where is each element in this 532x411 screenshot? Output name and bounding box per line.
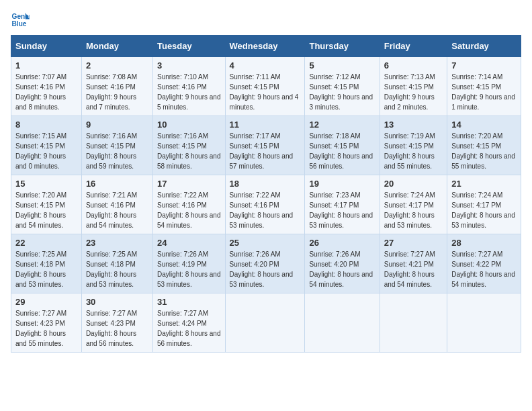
calendar-cell: 8Sunrise: 7:15 AMSunset: 4:15 PMDaylight… <box>11 116 82 175</box>
page-header: General Blue <box>11 11 521 30</box>
day-number: 22 <box>15 238 77 248</box>
day-info: Sunrise: 7:22 AMSunset: 4:16 PMDaylight:… <box>230 190 301 230</box>
day-info: Sunrise: 7:27 AMSunset: 4:24 PMDaylight:… <box>157 308 221 349</box>
day-number: 24 <box>157 238 221 248</box>
calendar-cell: 21Sunrise: 7:24 AMSunset: 4:17 PMDayligh… <box>447 175 521 234</box>
col-header-friday: Friday <box>380 36 447 57</box>
day-number: 12 <box>309 120 375 130</box>
calendar-cell: 31Sunrise: 7:27 AMSunset: 4:24 PMDayligh… <box>152 293 225 353</box>
calendar-cell: 29Sunrise: 7:27 AMSunset: 4:23 PMDayligh… <box>11 293 82 353</box>
calendar-cell: 3Sunrise: 7:10 AMSunset: 4:16 PMDaylight… <box>152 57 225 116</box>
day-info: Sunrise: 7:23 AMSunset: 4:17 PMDaylight:… <box>309 190 375 230</box>
day-info: Sunrise: 7:10 AMSunset: 4:16 PMDaylight:… <box>157 72 221 112</box>
day-number: 21 <box>451 179 517 189</box>
calendar-cell: 2Sunrise: 7:08 AMSunset: 4:16 PMDaylight… <box>81 57 152 116</box>
day-info: Sunrise: 7:26 AMSunset: 4:20 PMDaylight:… <box>230 249 301 289</box>
week-row-1: 1Sunrise: 7:07 AMSunset: 4:16 PMDaylight… <box>11 57 521 116</box>
day-number: 17 <box>157 179 221 189</box>
day-number: 31 <box>157 297 221 307</box>
col-header-thursday: Thursday <box>305 36 380 57</box>
day-number: 30 <box>86 297 148 307</box>
day-info: Sunrise: 7:26 AMSunset: 4:19 PMDaylight:… <box>157 249 221 289</box>
calendar-cell: 1Sunrise: 7:07 AMSunset: 4:16 PMDaylight… <box>11 57 82 116</box>
day-info: Sunrise: 7:27 AMSunset: 4:23 PMDaylight:… <box>15 308 77 349</box>
day-number: 9 <box>86 120 148 130</box>
day-number: 14 <box>451 120 517 130</box>
calendar-cell: 6Sunrise: 7:13 AMSunset: 4:15 PMDaylight… <box>380 57 447 116</box>
day-number: 10 <box>157 120 221 130</box>
calendar-cell: 27Sunrise: 7:27 AMSunset: 4:21 PMDayligh… <box>380 234 447 293</box>
day-number: 5 <box>309 60 375 71</box>
day-info: Sunrise: 7:20 AMSunset: 4:15 PMDaylight:… <box>451 131 517 171</box>
day-number: 20 <box>384 179 443 189</box>
calendar-cell: 28Sunrise: 7:27 AMSunset: 4:22 PMDayligh… <box>447 234 521 293</box>
day-info: Sunrise: 7:08 AMSunset: 4:16 PMDaylight:… <box>86 72 148 112</box>
day-info: Sunrise: 7:07 AMSunset: 4:16 PMDaylight:… <box>15 72 77 112</box>
calendar-cell <box>305 293 380 353</box>
calendar-cell: 12Sunrise: 7:18 AMSunset: 4:15 PMDayligh… <box>305 116 380 175</box>
day-info: Sunrise: 7:20 AMSunset: 4:15 PMDaylight:… <box>15 190 77 230</box>
calendar-cell: 19Sunrise: 7:23 AMSunset: 4:17 PMDayligh… <box>305 175 380 234</box>
day-number: 19 <box>309 179 375 189</box>
day-number: 2 <box>86 60 148 71</box>
day-number: 25 <box>230 238 301 248</box>
day-info: Sunrise: 7:15 AMSunset: 4:15 PMDaylight:… <box>15 131 77 171</box>
calendar-cell: 4Sunrise: 7:11 AMSunset: 4:15 PMDaylight… <box>225 57 305 116</box>
day-info: Sunrise: 7:24 AMSunset: 4:17 PMDaylight:… <box>384 190 443 230</box>
day-info: Sunrise: 7:16 AMSunset: 4:15 PMDaylight:… <box>157 131 221 171</box>
day-number: 27 <box>384 238 443 248</box>
calendar-cell: 11Sunrise: 7:17 AMSunset: 4:15 PMDayligh… <box>225 116 305 175</box>
day-info: Sunrise: 7:25 AMSunset: 4:18 PMDaylight:… <box>15 249 77 289</box>
day-number: 23 <box>86 238 148 248</box>
day-number: 1 <box>15 60 77 71</box>
day-info: Sunrise: 7:18 AMSunset: 4:15 PMDaylight:… <box>309 131 375 171</box>
day-info: Sunrise: 7:27 AMSunset: 4:22 PMDaylight:… <box>451 249 517 289</box>
week-row-2: 8Sunrise: 7:15 AMSunset: 4:15 PMDaylight… <box>11 116 521 175</box>
calendar-cell: 26Sunrise: 7:26 AMSunset: 4:20 PMDayligh… <box>305 234 380 293</box>
col-header-monday: Monday <box>81 36 152 57</box>
day-number: 8 <box>15 120 77 130</box>
svg-text:Blue: Blue <box>12 20 27 28</box>
day-number: 16 <box>86 179 148 189</box>
calendar-cell: 18Sunrise: 7:22 AMSunset: 4:16 PMDayligh… <box>225 175 305 234</box>
calendar-cell: 30Sunrise: 7:27 AMSunset: 4:23 PMDayligh… <box>81 293 152 353</box>
day-info: Sunrise: 7:26 AMSunset: 4:20 PMDaylight:… <box>309 249 375 289</box>
week-row-5: 29Sunrise: 7:27 AMSunset: 4:23 PMDayligh… <box>11 293 521 353</box>
day-number: 13 <box>384 120 443 130</box>
day-number: 29 <box>15 297 77 307</box>
day-number: 4 <box>230 60 301 71</box>
calendar-cell: 10Sunrise: 7:16 AMSunset: 4:15 PMDayligh… <box>152 116 225 175</box>
calendar-table: SundayMondayTuesdayWednesdayThursdayFrid… <box>11 35 521 353</box>
day-info: Sunrise: 7:12 AMSunset: 4:15 PMDaylight:… <box>309 72 375 112</box>
day-info: Sunrise: 7:11 AMSunset: 4:15 PMDaylight:… <box>230 72 301 112</box>
calendar-cell: 20Sunrise: 7:24 AMSunset: 4:17 PMDayligh… <box>380 175 447 234</box>
col-header-saturday: Saturday <box>447 36 521 57</box>
logo-icon: General Blue <box>11 11 30 30</box>
calendar-cell: 16Sunrise: 7:21 AMSunset: 4:16 PMDayligh… <box>81 175 152 234</box>
week-row-3: 15Sunrise: 7:20 AMSunset: 4:15 PMDayligh… <box>11 175 521 234</box>
day-info: Sunrise: 7:19 AMSunset: 4:15 PMDaylight:… <box>384 131 443 171</box>
logo: General Blue <box>11 11 30 30</box>
calendar-cell: 23Sunrise: 7:25 AMSunset: 4:18 PMDayligh… <box>81 234 152 293</box>
day-info: Sunrise: 7:27 AMSunset: 4:21 PMDaylight:… <box>384 249 443 289</box>
day-info: Sunrise: 7:27 AMSunset: 4:23 PMDaylight:… <box>86 308 148 349</box>
day-number: 26 <box>309 238 375 248</box>
day-info: Sunrise: 7:22 AMSunset: 4:16 PMDaylight:… <box>157 190 221 230</box>
calendar-cell: 7Sunrise: 7:14 AMSunset: 4:15 PMDaylight… <box>447 57 521 116</box>
day-info: Sunrise: 7:13 AMSunset: 4:15 PMDaylight:… <box>384 72 443 112</box>
calendar-cell: 14Sunrise: 7:20 AMSunset: 4:15 PMDayligh… <box>447 116 521 175</box>
calendar-cell <box>380 293 447 353</box>
calendar-cell: 22Sunrise: 7:25 AMSunset: 4:18 PMDayligh… <box>11 234 82 293</box>
day-number: 18 <box>230 179 301 189</box>
col-header-wednesday: Wednesday <box>225 36 305 57</box>
day-info: Sunrise: 7:17 AMSunset: 4:15 PMDaylight:… <box>230 131 301 171</box>
day-info: Sunrise: 7:24 AMSunset: 4:17 PMDaylight:… <box>451 190 517 230</box>
calendar-cell: 24Sunrise: 7:26 AMSunset: 4:19 PMDayligh… <box>152 234 225 293</box>
day-number: 3 <box>157 60 221 71</box>
calendar-cell: 17Sunrise: 7:22 AMSunset: 4:16 PMDayligh… <box>152 175 225 234</box>
day-info: Sunrise: 7:14 AMSunset: 4:15 PMDaylight:… <box>451 72 517 112</box>
day-number: 11 <box>230 120 301 130</box>
day-number: 15 <box>15 179 77 189</box>
col-header-tuesday: Tuesday <box>152 36 225 57</box>
calendar-cell <box>225 293 305 353</box>
